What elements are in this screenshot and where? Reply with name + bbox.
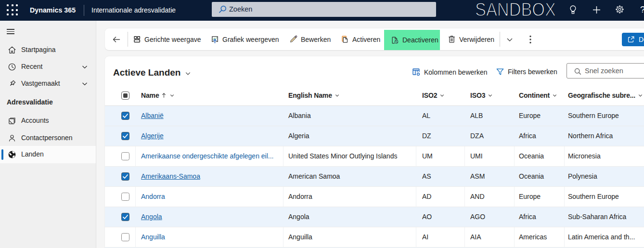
svg-text:SANDBOX: SANDBOX	[475, 0, 556, 20]
